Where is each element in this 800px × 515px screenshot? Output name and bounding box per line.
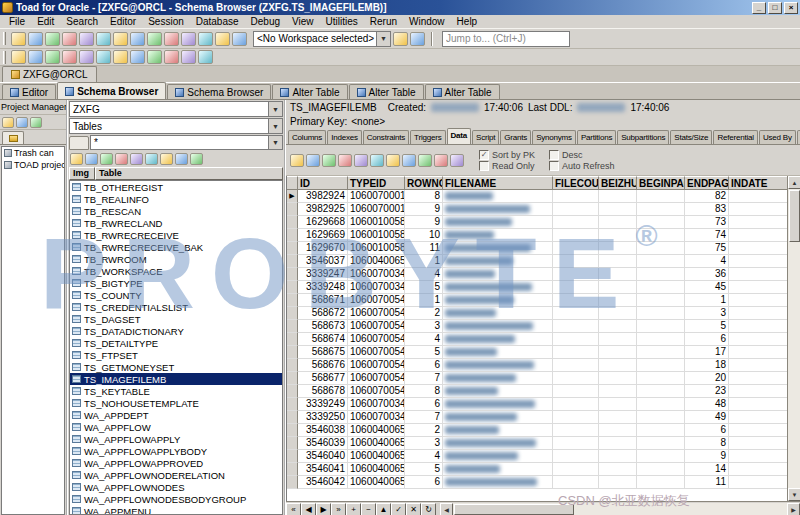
remove-project-item-icon[interactable] [16, 117, 28, 128]
row-selector[interactable] [287, 450, 298, 463]
menu-item[interactable]: Debug [245, 15, 286, 28]
row-selector[interactable] [287, 294, 298, 307]
grid-row[interactable]: 568672 1060070054 2 3 [287, 307, 787, 320]
detail-tab[interactable]: Constraints [363, 130, 409, 144]
favorites-icon[interactable] [198, 50, 213, 64]
grid-row[interactable]: 3339247 1060070034 4 36 [287, 268, 787, 281]
tree-item[interactable]: Trash can [2, 147, 64, 159]
document-tab[interactable]: Alter Table [425, 84, 500, 99]
table-list-item[interactable]: WA_APPFLOWAPPLY [70, 433, 282, 445]
tree-item[interactable]: TOAD project [2, 159, 64, 171]
first-record-button[interactable]: « [286, 503, 301, 515]
row-selector[interactable] [287, 411, 298, 424]
row-selector[interactable] [287, 359, 298, 372]
filter-list-icon[interactable] [115, 153, 128, 165]
detail-tab[interactable]: Used By [759, 130, 796, 144]
open-file-icon[interactable] [28, 32, 43, 46]
insert-row-icon[interactable] [402, 154, 416, 167]
table-list-item[interactable]: WA_APPFLOW [70, 421, 282, 433]
table-list-item[interactable]: WA_APPFLOWNODESBODYGROUP [70, 493, 282, 505]
row-selector[interactable] [287, 281, 298, 294]
table-list-item[interactable]: TB_RWRECRECEIVE_BAK [70, 241, 282, 253]
export-dataset-icon[interactable] [338, 154, 352, 167]
copy-icon[interactable] [96, 32, 111, 46]
scrollbar-thumb[interactable] [454, 504, 574, 515]
detail-tab[interactable]: Partitions [577, 130, 616, 144]
scrollbar-thumb[interactable] [789, 190, 800, 242]
column-header-beginpage[interactable]: BEGINPAGE [637, 176, 685, 190]
post-edit-button[interactable]: ✓ [391, 503, 406, 515]
grid-row[interactable]: 3339250 1060070034 7 49 [287, 411, 787, 424]
row-selector[interactable] [287, 307, 298, 320]
next-record-button[interactable]: ▶ [316, 503, 331, 515]
menu-item[interactable]: View [286, 15, 320, 28]
table-list-item[interactable]: TB_RWROOM [70, 253, 282, 265]
add-object-icon[interactable] [11, 50, 26, 64]
table-list-item[interactable]: TS_NOHOUSETEMPLATE [70, 397, 282, 409]
cancel-edit-button[interactable]: ✕ [406, 503, 421, 515]
document-tab[interactable]: Alter Table [272, 84, 347, 99]
table-list-item[interactable]: WA_APPMENU [70, 505, 282, 515]
row-selector[interactable] [287, 398, 298, 411]
rollback-icon[interactable] [198, 32, 213, 46]
show-sql-icon[interactable] [354, 154, 368, 167]
column-header-typeid[interactable]: TYPEID [348, 176, 405, 190]
grid-row[interactable]: 3546040 1060040065 4 9 [287, 450, 787, 463]
prior-record-button[interactable]: ◀ [301, 503, 316, 515]
row-selector[interactable] [287, 463, 298, 476]
close-button[interactable]: × [784, 2, 798, 14]
scrollbar-track[interactable] [575, 503, 787, 515]
grid-row[interactable]: 568676 1060070054 6 18 [287, 359, 787, 372]
menu-item[interactable]: Window [403, 15, 451, 28]
table-list-item[interactable]: TB_RESCAN [70, 205, 282, 217]
copy-name-icon[interactable] [100, 153, 113, 165]
object-type-select[interactable]: Tables ▼ [69, 118, 283, 134]
table-list-item[interactable]: TS_FTPSET [70, 349, 282, 361]
table-list-item[interactable]: TS_DETAILTYPE [70, 337, 282, 349]
menu-item[interactable]: Editor [104, 15, 142, 28]
script-manager-icon[interactable] [130, 50, 145, 64]
grid-row[interactable]: 1629669 1060010058 10 74 [287, 229, 787, 242]
row-selector[interactable] [287, 320, 298, 333]
row-selector[interactable] [287, 268, 298, 281]
sort-list-icon[interactable] [160, 153, 173, 165]
detail-tab[interactable]: Subpartitions [617, 130, 669, 144]
column-header-id[interactable]: ID [298, 176, 348, 190]
column-header-rowno[interactable]: ROWNO [405, 176, 443, 190]
menu-item[interactable]: Rerun [364, 15, 403, 28]
grid-row[interactable]: 568671 1060070054 1 1 [287, 294, 787, 307]
connection-tab[interactable]: ZXFG@ORCL [2, 66, 97, 82]
detail-tab[interactable]: Data [447, 128, 472, 144]
grid-row[interactable]: 3339248 1060070034 5 45 [287, 281, 787, 294]
jump-to-input[interactable] [442, 31, 570, 47]
table-list-item[interactable]: TS_CREDENTIALSLIST [70, 301, 282, 313]
table-list-item[interactable]: TB_RWRECRECEIVE [70, 229, 282, 241]
save-file-icon[interactable] [45, 32, 60, 46]
execute-statement-icon[interactable] [215, 32, 230, 46]
document-tab[interactable]: Editor [2, 84, 56, 99]
find-data-icon[interactable] [322, 154, 336, 167]
detail-tab[interactable]: Referential [713, 130, 758, 144]
vertical-scrollbar[interactable]: ▲ ▼ [787, 176, 800, 501]
detail-tab[interactable]: Grants [500, 130, 531, 144]
menu-item[interactable]: Database [190, 15, 245, 28]
row-selector[interactable] [287, 476, 298, 489]
grid-row[interactable]: 568673 1060070054 3 5 [287, 320, 787, 333]
schema-browser-icon[interactable] [147, 32, 162, 46]
report-generator-icon[interactable] [62, 50, 77, 64]
grid-row[interactable]: 568678 1060070054 8 23 [287, 385, 787, 398]
print-icon[interactable] [62, 32, 77, 46]
menu-item[interactable]: File [3, 15, 31, 28]
maximize-button[interactable]: □ [768, 2, 782, 14]
new-connection-icon[interactable] [11, 32, 26, 46]
column-header-endpage[interactable]: ENDPAGE [685, 176, 729, 190]
horizontal-scrollbar[interactable]: ◀ ▶ [440, 503, 800, 515]
menu-item[interactable]: Edit [31, 15, 60, 28]
column-header-indate[interactable]: INDATE [729, 176, 787, 190]
detail-tab[interactable]: Synonyms [532, 130, 576, 144]
browser-view-tab[interactable] [69, 136, 89, 150]
table-list-item[interactable]: TS_DATADICTIONARY [70, 325, 282, 337]
cut-icon[interactable] [79, 32, 94, 46]
detail-tab[interactable]: Indexes [327, 130, 362, 144]
table-list-item[interactable]: WA_APPFLOWAPPLYBODY [70, 445, 282, 457]
